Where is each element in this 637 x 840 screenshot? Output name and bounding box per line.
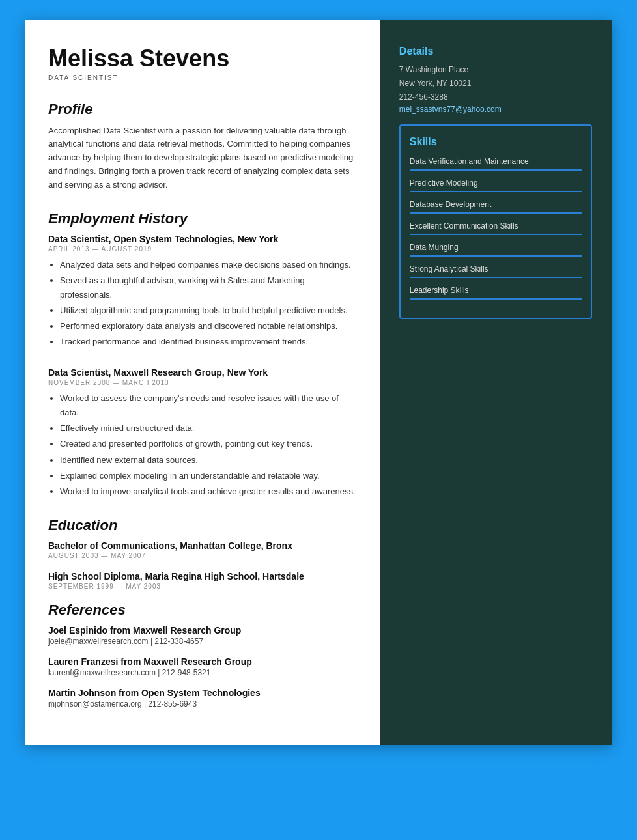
skill-name-7: Leadership Skills [410,286,582,295]
job-2-dates: November 2008 — March 2013 [48,379,357,386]
edu-2-title: High School Diploma, Maria Regina High S… [48,571,357,581]
edu-2: High School Diploma, Maria Regina High S… [48,571,357,590]
skill-item-7: Leadership Skills [410,286,582,300]
skill-item-3: Database Development [410,200,582,214]
list-item: Explained complex modeling in an underst… [60,469,357,483]
ref-2: Lauren Franzesi from Maxwell Research Gr… [48,656,357,677]
skill-name-1: Data Verification and Maintenance [410,157,582,166]
list-item: Served as a thoughtful advisor, working … [60,273,357,302]
job-1-title: Data Scientist, Open System Technologies… [48,234,357,244]
skills-box: Skills Data Verification and Maintenance… [399,124,592,319]
employment-heading: Employment History [48,210,357,227]
edu-1-title: Bachelor of Communications, Manhattan Co… [48,540,357,551]
skill-bar-7 [410,298,582,300]
list-item: Tracked performance and identified busin… [60,335,357,349]
references-heading: References [48,602,357,619]
phone: 212-456-3288 [399,91,592,103]
edu-1: Bachelor of Communications, Manhattan Co… [48,540,357,559]
skill-name-6: Strong Analytical Skills [410,264,582,273]
list-item: Created and presented portfolios of grow… [60,437,357,451]
skill-name-3: Database Development [410,200,582,209]
skills-heading: Skills [410,136,582,148]
list-item: Performed exploratory data analysis and … [60,319,357,333]
skill-item-5: Data Munging [410,243,582,257]
candidate-title: Data Scientist [48,74,357,81]
skill-bar-2 [410,191,582,192]
job-1: Data Scientist, Open System Technologies… [48,234,357,350]
profile-heading: Profile [48,101,357,118]
edu-2-dates: September 1999 — May 2003 [48,583,357,590]
job-1-bullets: Analyzed data sets and helped companies … [48,258,357,350]
skill-item-2: Predictive Modeling [410,178,582,192]
ref-1-name: Joel Espinido from Maxwell Research Grou… [48,625,357,636]
skill-name-4: Excellent Communication Skills [410,221,582,231]
ref-3: Martin Johnson from Open System Technolo… [48,688,357,708]
list-item: Identified new external data sources. [60,453,357,468]
address-line1: 7 Washington Place [399,64,592,76]
education-heading: Education [48,517,357,534]
ref-3-contact: mjohnson@ostamerica.org | 212-855-6943 [48,699,357,708]
right-panel: Details 7 Washington Place New York, NY … [380,20,612,745]
address-line2: New York, NY 10021 [399,77,592,89]
skill-name-2: Predictive Modeling [410,178,582,188]
skill-bar-6 [410,277,582,278]
ref-2-name: Lauren Franzesi from Maxwell Research Gr… [48,656,357,667]
skill-name-5: Data Munging [410,243,582,252]
skill-bar-3 [410,212,582,214]
profile-text: Accomplished Data Scientist with a passi… [48,124,357,192]
list-item: Analyzed data sets and helped companies … [60,258,357,272]
candidate-name: Melissa Stevens [48,46,357,72]
skill-bar-5 [410,255,582,257]
ref-2-contact: laurenf@maxwellresearch.com | 212-948-53… [48,668,357,677]
edu-1-dates: August 2003 — May 2007 [48,552,357,559]
details-heading: Details [399,46,592,57]
left-panel: Melissa Stevens Data Scientist Profile A… [25,20,380,745]
ref-1-contact: joele@maxwellresearch.com | 212-338-4657 [48,637,357,646]
list-item: Effectively mined unstructured data. [60,421,357,436]
list-item: Worked to assess the company's needs and… [60,391,357,420]
job-2-bullets: Worked to assess the company's needs and… [48,391,357,499]
skill-bar-1 [410,169,582,171]
job-2: Data Scientist, Maxwell Research Group, … [48,367,357,499]
skill-item-1: Data Verification and Maintenance [410,157,582,171]
skill-bar-4 [410,234,582,235]
skill-item-4: Excellent Communication Skills [410,221,582,235]
resume-container: Melissa Stevens Data Scientist Profile A… [25,20,612,745]
email: mel_ssastvns77@yahoo.com [399,105,592,114]
list-item: Worked to improve analytical tools and a… [60,484,357,499]
list-item: Utilized algorithmic and programming too… [60,303,357,318]
job-2-title: Data Scientist, Maxwell Research Group, … [48,367,357,378]
ref-1: Joel Espinido from Maxwell Research Grou… [48,625,357,646]
ref-3-name: Martin Johnson from Open System Technolo… [48,688,357,698]
job-1-dates: April 2013 — August 2019 [48,245,357,253]
skill-item-6: Strong Analytical Skills [410,264,582,278]
